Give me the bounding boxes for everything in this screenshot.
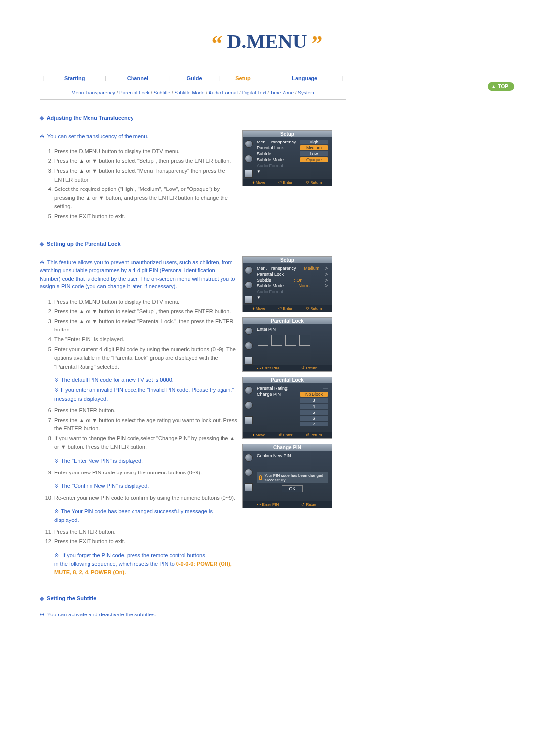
subnav-item[interactable]: Subtitle Mode: [174, 90, 204, 95]
ok-button[interactable]: OK: [282, 485, 303, 492]
section-title-subtitle: ◆ Setting the Subtitle: [40, 595, 494, 602]
snow-icon: ※: [54, 458, 59, 464]
down-triangle-icon: ▼: [257, 295, 261, 300]
osd-footer: ♦ Move ⏎ Enter ↺ Return: [243, 179, 332, 186]
osd-icon: [245, 155, 253, 163]
section2-intro: ※ This feature allows you to prevent una…: [40, 258, 237, 291]
osd-icon: [245, 454, 253, 462]
subnav-item[interactable]: Time Zone: [270, 90, 294, 95]
osd-icon: [245, 469, 253, 476]
snow-icon: ※: [40, 259, 44, 265]
message-text: Your PIN code has been changed successfu…: [264, 473, 326, 482]
step: Select the required option ("High", "Med…: [54, 185, 237, 211]
osd-icon: [245, 327, 253, 335]
diamond-icon: ◆: [40, 595, 44, 601]
right-triangle-icon: ▷: [325, 278, 328, 282]
section2-steps-b: Press the ENTER button. Press the ▲ or ▼…: [40, 406, 237, 452]
step: Press the ENTER button.: [54, 406, 237, 415]
snow-icon: ※: [54, 377, 59, 383]
osd-row-label: Change PIN: [257, 392, 281, 397]
note: ※The "Enter New PIN" is displayed.: [40, 457, 237, 466]
nav-channel[interactable]: Channel: [110, 75, 166, 82]
section-title-text: Setting up the Parental Lock: [47, 241, 121, 247]
step: Press the ▲ or ▼ button to select the ag…: [54, 416, 237, 433]
nav-guide[interactable]: Guide: [174, 75, 215, 82]
step: Re-enter your new PIN code to confirm by…: [54, 494, 237, 503]
snow-icon: ※: [54, 483, 59, 489]
section1-steps: Press the D.MENU button to display the D…: [40, 147, 237, 221]
osd-icon: [245, 416, 253, 424]
nav-sep: |: [264, 75, 270, 82]
osd-icon: [245, 140, 253, 148]
footer-hint: ♦ Move: [252, 180, 265, 185]
osd-row-label: Parental Rating:: [257, 386, 289, 391]
osd-title: Setup: [243, 257, 332, 263]
note: ※The default PIN code for a new TV set i…: [54, 376, 237, 385]
subnav-item[interactable]: Subtitle: [154, 90, 170, 95]
step: Press the ▲ or ▼ button to select "Setup…: [54, 307, 237, 316]
nav-sep: |: [41, 75, 46, 82]
osd-change-pin: Change PIN Confirm New PIN ! Your PIN co…: [242, 444, 332, 508]
footer-hint: • • Enter PIN: [257, 502, 279, 507]
osd-icon: [245, 296, 253, 304]
footer-hint: ↺ Return: [301, 502, 317, 507]
quote-close: ”: [312, 31, 323, 55]
osd-title: Change PIN: [243, 444, 332, 451]
osd-row-label: Parental Lock: [257, 145, 284, 150]
step: Enter your new PIN code by using the num…: [54, 469, 237, 477]
forget-pin-note: ※ If you forget the PIN code, press the …: [40, 551, 237, 577]
step: Press the ENTER button.: [54, 528, 237, 537]
osd-option-selected: No Block: [300, 392, 328, 397]
note: ※The Your PIN code has been changed succ…: [40, 507, 237, 524]
osd-value: : On: [294, 278, 303, 283]
section2-steps-b2: Enter your new PIN code by using the num…: [40, 469, 237, 477]
osd-icon: [245, 342, 253, 350]
intro-text: This feature allows you to prevent unaut…: [40, 259, 235, 290]
section3-intro: ※ You can activate and deactivate the su…: [40, 611, 494, 619]
right-triangle-icon: ▷: [325, 266, 328, 270]
osd-value: —: [323, 386, 328, 391]
section-title-text: Adjusting the Menu Translucency: [47, 115, 134, 121]
osd-row-label: Parental Lock: [257, 272, 284, 277]
footer-hint: • • Enter PIN: [257, 366, 279, 370]
osd-row-label: Subtitle Mode: [257, 157, 284, 162]
nav-language[interactable]: Language: [271, 75, 338, 82]
snow-icon: ※: [40, 133, 44, 139]
sub-nav: Menu Transparency / Parental Lock / Subt…: [40, 86, 346, 100]
osd-value: : Normal: [296, 284, 313, 288]
nav-starting[interactable]: Starting: [47, 75, 101, 82]
footer-hint: ⏎ Enter: [278, 306, 292, 311]
section1-intro: ※ You can set the translucency of the me…: [40, 132, 237, 141]
footer-hint: ↺ Return: [306, 180, 322, 185]
subnav-item[interactable]: Digital Text: [242, 90, 267, 95]
osd-option: Opaque: [300, 157, 328, 162]
note: ※If you enter an invalid PIN code,the "I…: [54, 386, 237, 403]
osd-enter-pin: Parental Lock Enter PIN • • Enter PIN↺ R…: [242, 317, 332, 372]
nav-sep: |: [339, 75, 345, 82]
osd-row-label: Subtitle Mode: [257, 284, 284, 288]
subnav-item[interactable]: Menu Transparency: [71, 90, 115, 95]
subnav-item[interactable]: System: [298, 90, 314, 95]
subnav-item[interactable]: Parental Lock: [119, 90, 149, 95]
pin-input-boxes: [255, 332, 330, 353]
osd-title: Parental Lock: [243, 318, 332, 324]
osd-option: High: [300, 140, 328, 144]
confirm-pin-label: Confirm New PIN: [257, 453, 291, 458]
footer-hint: ♦ Move: [252, 306, 265, 311]
nav-setup[interactable]: Setup: [223, 75, 264, 82]
osd-icon: [245, 281, 253, 289]
footer-hint: ↺ Return: [306, 306, 322, 311]
snow-icon: ※: [40, 612, 44, 617]
osd-row-label: Subtitle: [257, 151, 271, 156]
footer-hint: ⏎ Enter: [278, 433, 292, 437]
snow-icon: ※: [54, 508, 59, 514]
step: Press the ▲ or ▼ button to select "Setup…: [54, 157, 237, 166]
osd-icon: [245, 401, 253, 409]
osd-row-label: Audio Format: [257, 163, 283, 168]
top-button[interactable]: ▲TOP: [488, 82, 514, 91]
step: The "Enter PIN" is displayed.: [54, 335, 237, 344]
diamond-icon: ◆: [40, 241, 44, 247]
footer-hint: ↺ Return: [306, 433, 322, 437]
subnav-item[interactable]: Audio Format: [208, 90, 238, 95]
osd-option: 7: [300, 422, 328, 426]
